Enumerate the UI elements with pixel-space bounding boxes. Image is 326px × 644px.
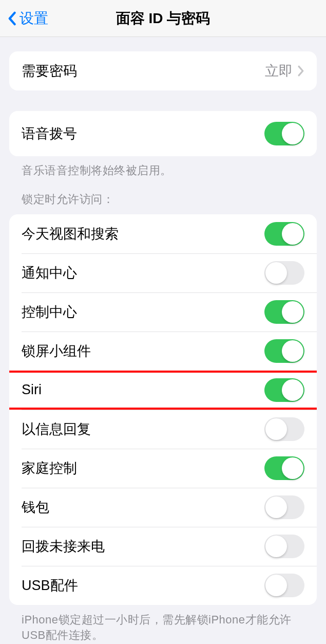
voice-dial-toggle[interactable] xyxy=(264,122,304,145)
locked-access-header: 锁定时允许访问： xyxy=(9,192,317,214)
locked-access-toggle[interactable] xyxy=(264,417,304,441)
locked-access-toggle[interactable] xyxy=(264,574,304,597)
locked-access-row: 以信息回复 xyxy=(9,410,317,449)
locked-access-label: 回拨未接来电 xyxy=(22,537,105,556)
locked-access-toggle[interactable] xyxy=(264,495,304,519)
locked-access-toggle[interactable] xyxy=(264,339,304,363)
locked-access-label: 锁屏小组件 xyxy=(22,342,91,360)
locked-access-toggle[interactable] xyxy=(264,261,304,285)
locked-access-toggle[interactable] xyxy=(264,378,304,402)
chevron-right-icon xyxy=(298,65,304,77)
locked-access-row: 控制中心 xyxy=(9,292,317,332)
locked-access-label: USB配件 xyxy=(22,576,78,595)
locked-access-label: 控制中心 xyxy=(22,303,77,321)
locked-access-row: 回拨未接来电 xyxy=(9,527,317,566)
locked-access-label: 今天视图和搜索 xyxy=(22,225,119,243)
locked-access-row: 家庭控制 xyxy=(9,449,317,488)
locked-access-toggle[interactable] xyxy=(264,456,304,480)
voice-dial-footer: 音乐语音控制将始终被启用。 xyxy=(9,156,317,178)
voice-dial-label: 语音拨号 xyxy=(22,124,77,143)
locked-access-label: 以信息回复 xyxy=(22,420,91,438)
locked-access-footer: iPhone锁定超过一小时后，需先解锁iPhone才能允许USB配件连接。 xyxy=(9,605,317,644)
locked-access-row: Siri xyxy=(9,371,317,410)
locked-access-row: 锁屏小组件 xyxy=(9,332,317,371)
locked-access-row: 钱包 xyxy=(9,488,317,527)
back-button[interactable]: 设置 xyxy=(7,9,48,28)
chevron-left-icon xyxy=(7,11,16,26)
locked-access-label: 钱包 xyxy=(22,498,49,517)
back-label: 设置 xyxy=(20,9,48,28)
voice-dial-row: 语音拨号 xyxy=(9,111,317,156)
locked-access-label: 家庭控制 xyxy=(22,459,77,477)
passcode-group: 需要密码 立即 xyxy=(9,51,317,90)
locked-access-toggle[interactable] xyxy=(264,300,304,324)
navigation-bar: 设置 面容 ID 与密码 xyxy=(0,0,326,37)
locked-access-row: USB配件 xyxy=(9,566,317,605)
locked-access-toggle[interactable] xyxy=(264,535,304,558)
locked-access-row: 今天视图和搜索 xyxy=(9,214,317,253)
locked-access-toggle[interactable] xyxy=(264,222,304,246)
require-passcode-row[interactable]: 需要密码 立即 xyxy=(9,51,317,90)
locked-access-label: 通知中心 xyxy=(22,264,77,282)
page-title: 面容 ID 与密码 xyxy=(116,9,210,28)
locked-access-row: 通知中心 xyxy=(9,253,317,292)
locked-access-label: Siri xyxy=(22,382,42,398)
require-passcode-label: 需要密码 xyxy=(22,62,77,80)
locked-access-group: 今天视图和搜索通知中心控制中心锁屏小组件Siri以信息回复家庭控制钱包回拨未接来… xyxy=(9,214,317,605)
voice-dial-group: 语音拨号 xyxy=(9,111,317,156)
require-passcode-value: 立即 xyxy=(265,62,293,80)
